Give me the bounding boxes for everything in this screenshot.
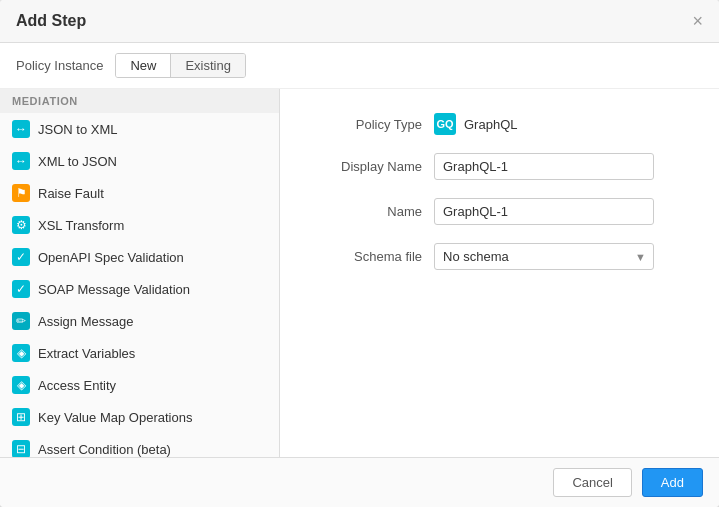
assign-message-icon: ✏ (12, 312, 30, 330)
sidebar-item-label: Assert Condition (beta) (38, 442, 171, 457)
sidebar-item-label: SOAP Message Validation (38, 282, 190, 297)
main-panel: Policy Type GQ GraphQL Display Name Name (280, 89, 719, 457)
json-to-xml-icon: ↔ (12, 120, 30, 138)
assert-condition-icon: ⊟ (12, 440, 30, 457)
sidebar-item-label: Access Entity (38, 378, 116, 393)
schema-file-label: Schema file (312, 249, 422, 264)
name-row: Name (312, 198, 687, 225)
policy-type-text: GraphQL (464, 117, 517, 132)
sidebar-item-label: Extract Variables (38, 346, 135, 361)
tab-existing[interactable]: Existing (171, 54, 245, 77)
section-header-mediation: MEDIATION (0, 89, 279, 113)
openapi-icon: ✓ (12, 248, 30, 266)
schema-file-row: Schema file No schema ▼ (312, 243, 687, 270)
close-button[interactable]: × (692, 12, 703, 30)
sidebar-item-key-value-map[interactable]: ⊞ Key Value Map Operations (0, 401, 279, 433)
sidebar-item-xml-to-json[interactable]: ↔ XML to JSON (0, 145, 279, 177)
sidebar-item-label: Raise Fault (38, 186, 104, 201)
sidebar: MEDIATION ↔ JSON to XML ↔ XML to JSON ⚑ … (0, 89, 280, 457)
xsl-transform-icon: ⚙ (12, 216, 30, 234)
policy-type-row: Policy Type GQ GraphQL (312, 113, 687, 135)
sidebar-item-raise-fault[interactable]: ⚑ Raise Fault (0, 177, 279, 209)
sidebar-item-assign-message[interactable]: ✏ Assign Message (0, 305, 279, 337)
sidebar-item-label: XSL Transform (38, 218, 124, 233)
schema-file-select-wrapper: No schema ▼ (434, 243, 654, 270)
modal-footer: Cancel Add (0, 457, 719, 507)
add-step-modal: Add Step × Policy Instance New Existing … (0, 0, 719, 507)
policy-type-value: GQ GraphQL (434, 113, 517, 135)
sidebar-item-label: Assign Message (38, 314, 133, 329)
sidebar-item-extract-variables[interactable]: ◈ Extract Variables (0, 337, 279, 369)
policy-instance-label: Policy Instance (16, 58, 103, 73)
sidebar-item-label: XML to JSON (38, 154, 117, 169)
name-input[interactable] (434, 198, 654, 225)
access-entity-icon: ◈ (12, 376, 30, 394)
sidebar-scroll[interactable]: MEDIATION ↔ JSON to XML ↔ XML to JSON ⚑ … (0, 89, 279, 457)
modal-header: Add Step × (0, 0, 719, 43)
soap-icon: ✓ (12, 280, 30, 298)
content-area: MEDIATION ↔ JSON to XML ↔ XML to JSON ⚑ … (0, 89, 719, 457)
sidebar-item-json-to-xml[interactable]: ↔ JSON to XML (0, 113, 279, 145)
sidebar-item-soap-message-validation[interactable]: ✓ SOAP Message Validation (0, 273, 279, 305)
tab-new[interactable]: New (116, 54, 171, 77)
sidebar-item-label: Key Value Map Operations (38, 410, 192, 425)
add-button[interactable]: Add (642, 468, 703, 497)
extract-variables-icon: ◈ (12, 344, 30, 362)
graphql-policy-icon: GQ (434, 113, 456, 135)
schema-file-select[interactable]: No schema (434, 243, 654, 270)
policy-type-label: Policy Type (312, 117, 422, 132)
xml-to-json-icon: ↔ (12, 152, 30, 170)
modal-title: Add Step (16, 12, 86, 30)
sidebar-item-assert-condition[interactable]: ⊟ Assert Condition (beta) (0, 433, 279, 457)
raise-fault-icon: ⚑ (12, 184, 30, 202)
display-name-label: Display Name (312, 159, 422, 174)
name-label: Name (312, 204, 422, 219)
sidebar-item-xsl-transform[interactable]: ⚙ XSL Transform (0, 209, 279, 241)
cancel-button[interactable]: Cancel (553, 468, 631, 497)
display-name-row: Display Name (312, 153, 687, 180)
kv-map-icon: ⊞ (12, 408, 30, 426)
policy-instance-row: Policy Instance New Existing (0, 43, 719, 89)
sidebar-item-label: JSON to XML (38, 122, 117, 137)
policy-instance-tab-group: New Existing (115, 53, 246, 78)
sidebar-item-openapi-spec-validation[interactable]: ✓ OpenAPI Spec Validation (0, 241, 279, 273)
display-name-input[interactable] (434, 153, 654, 180)
sidebar-item-label: OpenAPI Spec Validation (38, 250, 184, 265)
modal-body: Policy Instance New Existing MEDIATION ↔… (0, 43, 719, 457)
sidebar-item-access-entity[interactable]: ◈ Access Entity (0, 369, 279, 401)
